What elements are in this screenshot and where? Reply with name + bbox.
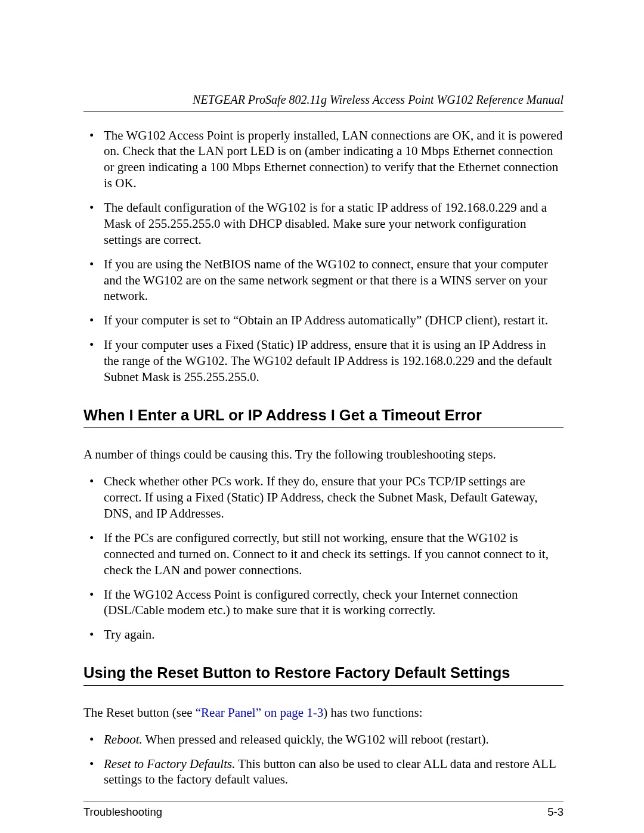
- document-page: NETGEAR ProSafe 802.11g Wireless Access …: [0, 0, 644, 833]
- section-heading-reset: Using the Reset Button to Restore Factor…: [83, 663, 564, 683]
- list-item: If your computer is set to “Obtain an IP…: [83, 312, 564, 329]
- section-intro-reset: The Reset button (see “Rear Panel” on pa…: [83, 705, 564, 721]
- section-rule: [83, 427, 564, 428]
- list-item: If you are using the NetBIOS name of the…: [83, 256, 564, 305]
- bullet-list-section1: Check whether other PCs work. If they do…: [83, 473, 564, 643]
- list-item: Reset to Factory Defaults. This button c…: [83, 756, 564, 788]
- list-item-lead: Reboot.: [104, 732, 143, 747]
- list-item: The WG102 Access Point is properly insta…: [83, 128, 564, 192]
- header-rule: [83, 112, 564, 112]
- bullet-list-section2: Reboot. When pressed and released quickl…: [83, 732, 564, 788]
- intro-text-pre: The Reset button (see: [83, 705, 196, 720]
- footer-page-number: 5-3: [547, 805, 564, 819]
- list-item: Reboot. When pressed and released quickl…: [83, 732, 564, 748]
- section-rule: [83, 685, 564, 686]
- section-intro: A number of things could be causing this…: [83, 447, 564, 463]
- list-item-rest: When pressed and released quickly, the W…: [143, 732, 489, 747]
- section-heading-timeout: When I Enter a URL or IP Address I Get a…: [83, 405, 564, 425]
- list-item: The default configuration of the WG102 i…: [83, 200, 564, 248]
- list-item: If the PCs are configured correctly, but…: [83, 530, 564, 578]
- bullet-list-top: The WG102 Access Point is properly insta…: [83, 128, 564, 385]
- list-item: If the WG102 Access Point is configured …: [83, 587, 564, 619]
- list-item: If your computer uses a Fixed (Static) I…: [83, 337, 564, 385]
- footer-section-label: Troubleshooting: [83, 805, 162, 819]
- footer-rule: [83, 801, 564, 801]
- list-item: Try again.: [83, 627, 564, 643]
- list-item: Check whether other PCs work. If they do…: [83, 473, 564, 522]
- intro-text-post: ) has two functions:: [323, 705, 422, 720]
- list-item-lead: Reset to Factory Defaults.: [104, 757, 235, 771]
- running-header: NETGEAR ProSafe 802.11g Wireless Access …: [83, 92, 564, 108]
- page-footer: Troubleshooting 5-3 v1.0, July 2008: [83, 801, 564, 833]
- cross-reference-link[interactable]: “Rear Panel” on page 1-3: [196, 705, 324, 720]
